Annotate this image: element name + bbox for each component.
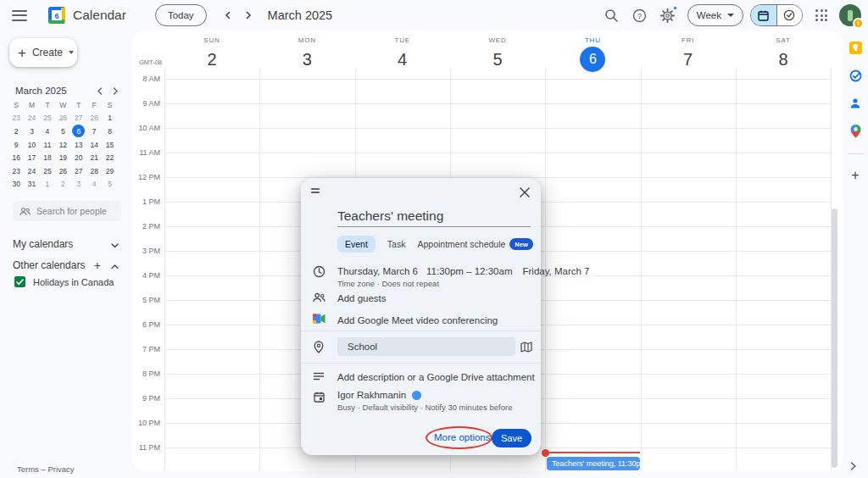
mini-calendar-day[interactable]: 23 bbox=[8, 112, 24, 125]
mini-calendar-day[interactable]: 5 bbox=[55, 125, 70, 138]
calendar-view-toggle[interactable] bbox=[751, 5, 777, 25]
day-number[interactable]: 8 bbox=[771, 47, 796, 72]
next-period-icon[interactable] bbox=[239, 6, 258, 25]
mini-calendar-day[interactable]: 3 bbox=[24, 125, 39, 138]
map-icon[interactable] bbox=[520, 340, 533, 353]
add-meet-row[interactable]: Add Google Meet video conferencing bbox=[337, 315, 498, 325]
mini-calendar-day[interactable]: 4 bbox=[40, 125, 55, 138]
vertical-scrollbar[interactable] bbox=[832, 208, 837, 468]
tab-task[interactable]: Task bbox=[387, 239, 406, 249]
mini-calendar-day[interactable]: 4 bbox=[86, 178, 102, 192]
mini-calendar-day[interactable]: 11 bbox=[40, 138, 55, 152]
google-apps-icon[interactable] bbox=[810, 4, 832, 26]
chevron-down-icon[interactable] bbox=[111, 236, 119, 252]
mini-calendar-day[interactable]: 23 bbox=[8, 164, 24, 178]
day-header-mon[interactable]: MON3 bbox=[259, 31, 354, 72]
mini-calendar-day[interactable]: 26 bbox=[55, 112, 70, 125]
mini-calendar-day[interactable]: 25 bbox=[40, 164, 55, 178]
main-menu-icon[interactable] bbox=[12, 10, 27, 21]
mini-calendar-day[interactable]: 1 bbox=[40, 178, 55, 192]
event-datetime[interactable]: Thursday, March 611:30pm – 12:30amFriday… bbox=[337, 266, 590, 276]
mini-calendar-day[interactable]: 13 bbox=[71, 138, 86, 152]
tasks-icon[interactable] bbox=[849, 69, 862, 82]
settings-gear-icon[interactable] bbox=[657, 4, 679, 26]
mini-calendar-day[interactable]: 25 bbox=[40, 112, 55, 125]
day-header-wed[interactable]: WED5 bbox=[450, 31, 545, 72]
mini-calendar-day[interactable]: 18 bbox=[40, 151, 55, 164]
today-button[interactable]: Today bbox=[155, 4, 207, 26]
mini-calendar-day[interactable]: 22 bbox=[102, 151, 117, 164]
prev-period-icon[interactable] bbox=[219, 6, 237, 25]
mini-calendar-day[interactable]: 2 bbox=[55, 178, 70, 192]
mini-calendar-day[interactable]: 10 bbox=[24, 138, 39, 152]
mini-calendar-day[interactable]: 16 bbox=[8, 151, 24, 164]
tab-appointment-schedule[interactable]: Appointment schedule bbox=[417, 239, 505, 249]
timezone-repeat-label[interactable]: Time zone · Does not repeat bbox=[337, 279, 439, 288]
mini-calendar-day[interactable]: 19 bbox=[55, 151, 70, 164]
mini-calendar-day[interactable]: 27 bbox=[71, 164, 86, 178]
mini-calendar-day[interactable]: 1 bbox=[102, 112, 117, 125]
day-header-thu[interactable]: THU6 bbox=[545, 31, 640, 72]
contacts-icon[interactable] bbox=[849, 97, 862, 110]
mini-calendar-day[interactable]: 2 bbox=[8, 125, 24, 138]
search-people-input[interactable] bbox=[36, 206, 113, 216]
mini-calendar-day-selected[interactable]: 6 bbox=[71, 125, 86, 138]
owner-row[interactable]: Igor Rakhmanin bbox=[337, 390, 421, 400]
mini-calendar-day[interactable]: 24 bbox=[24, 164, 39, 178]
day-number[interactable]: 5 bbox=[485, 47, 510, 72]
mini-calendar-next-icon[interactable] bbox=[112, 83, 119, 98]
close-icon[interactable] bbox=[517, 185, 532, 200]
day-number[interactable]: 7 bbox=[676, 47, 701, 72]
day-number[interactable]: 6 bbox=[580, 47, 605, 72]
mini-calendar-day[interactable]: 27 bbox=[71, 112, 86, 125]
mini-calendar-day[interactable]: 14 bbox=[86, 138, 102, 152]
add-guests-row[interactable]: Add guests bbox=[337, 293, 387, 303]
mini-calendar-day[interactable]: 8 bbox=[102, 125, 117, 138]
holidays-checkbox[interactable] bbox=[14, 276, 25, 287]
add-description-row[interactable]: Add description or a Google Drive attach… bbox=[337, 372, 535, 382]
mini-calendar-day[interactable]: 12 bbox=[55, 138, 70, 152]
event-title-input[interactable] bbox=[337, 205, 531, 227]
add-other-calendar-icon[interactable]: + bbox=[94, 259, 101, 271]
user-avatar[interactable]: ! bbox=[839, 4, 861, 26]
create-button[interactable]: + Create bbox=[9, 38, 77, 67]
mini-calendar-day[interactable]: 15 bbox=[102, 138, 117, 152]
day-header-tue[interactable]: TUE4 bbox=[355, 31, 450, 72]
day-number[interactable]: 3 bbox=[294, 47, 320, 72]
expand-panel-icon[interactable] bbox=[849, 459, 857, 474]
keep-icon[interactable] bbox=[849, 41, 862, 54]
mini-calendar-day[interactable]: 21 bbox=[86, 151, 102, 164]
mini-calendar-day[interactable]: 7 bbox=[86, 125, 102, 138]
mini-calendar-day[interactable]: 29 bbox=[102, 164, 117, 178]
mini-calendar-day[interactable]: 28 bbox=[86, 164, 102, 178]
location-input[interactable] bbox=[337, 337, 515, 356]
day-header-sat[interactable]: SAT8 bbox=[736, 31, 831, 72]
get-add-ons-icon[interactable]: + bbox=[848, 168, 863, 183]
mini-calendar-day[interactable]: 5 bbox=[102, 178, 117, 192]
maps-icon[interactable] bbox=[849, 125, 862, 138]
mini-calendar-day[interactable]: 31 bbox=[24, 178, 39, 192]
save-button[interactable]: Save bbox=[492, 429, 531, 447]
other-calendars-section[interactable]: Other calendars + bbox=[13, 258, 119, 273]
drag-handle-icon[interactable] bbox=[311, 188, 320, 195]
terms-privacy-links[interactable]: Terms – Privacy bbox=[17, 464, 75, 474]
mini-calendar-prev-icon[interactable] bbox=[97, 83, 103, 98]
calendar-list-item-holidays[interactable]: Holidays in Canada bbox=[14, 276, 114, 287]
mini-calendar-day[interactable]: 20 bbox=[71, 151, 86, 164]
day-number[interactable]: 4 bbox=[390, 47, 415, 72]
tab-event[interactable]: Event bbox=[337, 236, 376, 253]
view-selector-dropdown[interactable]: Week bbox=[687, 4, 743, 26]
search-icon[interactable] bbox=[601, 4, 623, 26]
mini-calendar-day[interactable]: 24 bbox=[24, 112, 39, 125]
day-number[interactable]: 2 bbox=[199, 47, 225, 72]
mini-calendar-day[interactable]: 3 bbox=[71, 178, 86, 192]
mini-calendar-day[interactable]: 28 bbox=[86, 112, 102, 125]
event-chip-teachers-meeting[interactable]: Teachers' meeting, 11:30pm, School bbox=[547, 457, 640, 470]
mini-calendar-day[interactable]: 26 bbox=[55, 164, 70, 178]
mini-calendar-day[interactable]: 30 bbox=[8, 178, 24, 192]
mini-calendar-day[interactable]: 9 bbox=[8, 138, 24, 152]
my-calendars-section[interactable]: My calendars bbox=[13, 236, 119, 252]
day-header-sun[interactable]: SUN2 bbox=[164, 31, 259, 72]
search-people-box[interactable] bbox=[13, 201, 121, 221]
tasks-view-toggle[interactable] bbox=[777, 5, 803, 25]
